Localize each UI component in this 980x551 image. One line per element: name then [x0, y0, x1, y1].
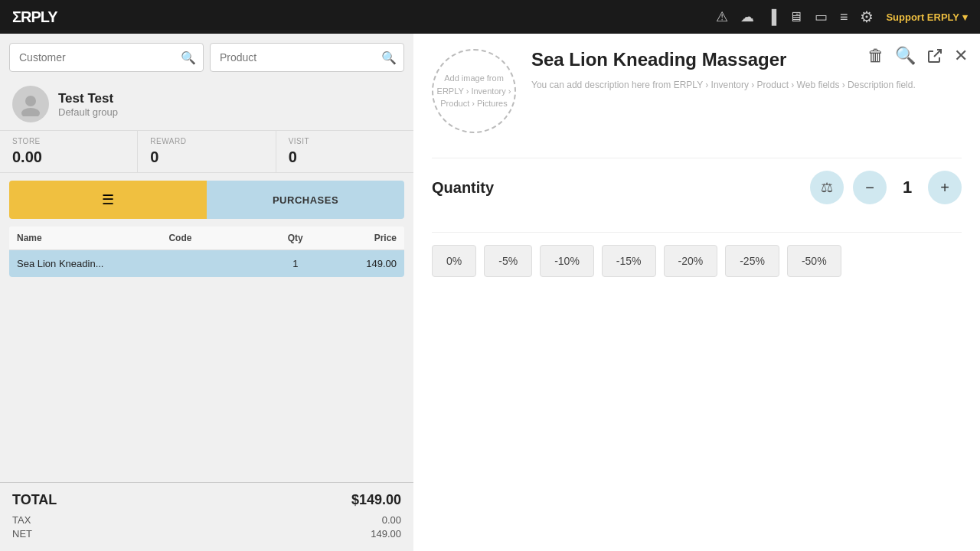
- quantity-row: Quantity ⚖ − 1 +: [432, 171, 962, 204]
- close-button[interactable]: ✕: [954, 46, 968, 66]
- discount-0-button[interactable]: 0%: [432, 245, 476, 277]
- avatar: [12, 86, 49, 122]
- reward-label: REWARD: [150, 137, 263, 145]
- product-actions: 🗑 🔍 ✕: [867, 46, 968, 66]
- customer-info: Test Test Default group: [0, 78, 413, 130]
- customer-name: Test Test: [58, 91, 118, 106]
- order-table: Name Code Qty Price Sea Lion Kneadin... …: [9, 227, 404, 277]
- action-buttons: ☰ PURCHASES: [0, 173, 413, 227]
- customer-search-wrap: 🔍: [9, 43, 204, 72]
- customer-details: Test Test Default group: [58, 91, 118, 118]
- quantity-label: Quantity: [432, 179, 801, 197]
- row-name: Sea Lion Kneadin...: [17, 258, 168, 269]
- product-search-input[interactable]: [210, 43, 404, 72]
- tax-value: 0.00: [382, 514, 401, 526]
- main-layout: 🔍 🔍 Test Test Default group S: [0, 34, 980, 551]
- discount-5-button[interactable]: -5%: [484, 245, 532, 277]
- reward-value: 0: [150, 148, 263, 166]
- product-search-wrap: 🔍: [210, 43, 404, 72]
- screen-icon[interactable]: 🖥: [789, 9, 802, 25]
- store-stat: STORE 0.00: [0, 131, 137, 172]
- receipt-icon[interactable]: ▭: [815, 8, 828, 25]
- row-price: 149.00: [321, 258, 397, 269]
- settings-icon[interactable]: ⚙: [860, 8, 874, 26]
- svg-point-1: [21, 108, 40, 116]
- row-qty: 1: [270, 258, 321, 269]
- menu-icon[interactable]: ≡: [840, 9, 848, 25]
- discount-10-button[interactable]: -10%: [540, 245, 594, 277]
- quantity-decrease-button[interactable]: −: [853, 171, 887, 204]
- net-label: NET: [12, 528, 32, 540]
- left-panel: 🔍 🔍 Test Test Default group S: [0, 34, 413, 551]
- customer-search-icon: 🔍: [181, 51, 196, 65]
- store-label: STORE: [12, 137, 125, 145]
- delete-button[interactable]: 🗑: [867, 46, 884, 66]
- app-logo: ΣRPLY: [12, 8, 57, 26]
- net-row: NET 149.00: [12, 528, 401, 540]
- product-description: You can add description here from ERPLY …: [531, 78, 962, 92]
- topnav-icon-group: ⚠ ☁ ▐ 🖥 ▭ ≡ ⚙ Support ERPLY ▾: [716, 8, 968, 26]
- net-value: 149.00: [371, 528, 401, 540]
- chevron-down-icon: ▾: [962, 11, 968, 23]
- total-amount: $149.00: [351, 492, 401, 508]
- right-panel: 🗑 🔍 ✕ Add image from ERPLY › Inventory ›…: [413, 34, 980, 551]
- cloud-icon[interactable]: ☁: [740, 8, 754, 25]
- support-erply-link[interactable]: Support ERPLY ▾: [886, 11, 968, 23]
- receipt-view-button[interactable]: ☰: [9, 181, 207, 219]
- reward-stat: REWARD 0: [137, 131, 275, 172]
- search-bar: 🔍 🔍: [0, 34, 413, 78]
- total-row: TOTAL $149.00: [12, 492, 401, 508]
- visit-value: 0: [289, 148, 401, 166]
- col-header-qty: Qty: [270, 233, 321, 243]
- table-header: Name Code Qty Price: [9, 227, 404, 250]
- purchases-button[interactable]: PURCHASES: [207, 181, 404, 219]
- add-image-text: Add image from ERPLY › Inventory › Produ…: [433, 72, 514, 110]
- tax-row: TAX 0.00: [12, 514, 401, 526]
- visit-label: VISIT: [289, 137, 401, 145]
- stats-row: STORE 0.00 REWARD 0 VISIT 0: [0, 130, 413, 173]
- tax-label: TAX: [12, 514, 31, 526]
- external-link-button[interactable]: [926, 47, 943, 64]
- col-header-code: Code: [168, 233, 270, 243]
- divider-2: [432, 232, 962, 233]
- product-search-icon: 🔍: [381, 51, 397, 65]
- customer-group: Default group: [58, 106, 118, 118]
- visit-stat: VISIT 0: [276, 131, 413, 172]
- table-row[interactable]: Sea Lion Kneadin... 1 149.00: [9, 250, 404, 277]
- total-label: TOTAL: [12, 492, 57, 508]
- discount-15-button[interactable]: -15%: [602, 245, 656, 277]
- chart-icon[interactable]: ▐: [766, 9, 776, 25]
- product-image-placeholder: Add image from ERPLY › Inventory › Produ…: [432, 49, 516, 133]
- customer-search-input[interactable]: [9, 43, 204, 72]
- receipt-icon: ☰: [102, 191, 114, 208]
- top-navigation: ΣRPLY ⚠ ☁ ▐ 🖥 ▭ ≡ ⚙ Support ERPLY ▾: [0, 0, 980, 34]
- discount-20-button[interactable]: -20%: [664, 245, 718, 277]
- quantity-value: 1: [896, 178, 919, 197]
- discount-25-button[interactable]: -25%: [725, 245, 779, 277]
- discount-row: 0% -5% -10% -15% -20% -25% -50%: [432, 245, 962, 277]
- quantity-increase-button[interactable]: +: [928, 171, 962, 204]
- col-header-name: Name: [17, 233, 168, 243]
- svg-point-0: [25, 96, 36, 106]
- scale-button[interactable]: ⚖: [810, 171, 844, 204]
- divider: [432, 158, 962, 158]
- alert-icon[interactable]: ⚠: [716, 8, 728, 25]
- discount-50-button[interactable]: -50%: [787, 245, 841, 277]
- svg-line-2: [934, 50, 941, 57]
- search-product-button[interactable]: 🔍: [895, 46, 916, 66]
- totals-section: TOTAL $149.00 TAX 0.00 NET 149.00: [0, 482, 413, 551]
- store-value: 0.00: [12, 148, 125, 166]
- col-header-price: Price: [321, 233, 397, 243]
